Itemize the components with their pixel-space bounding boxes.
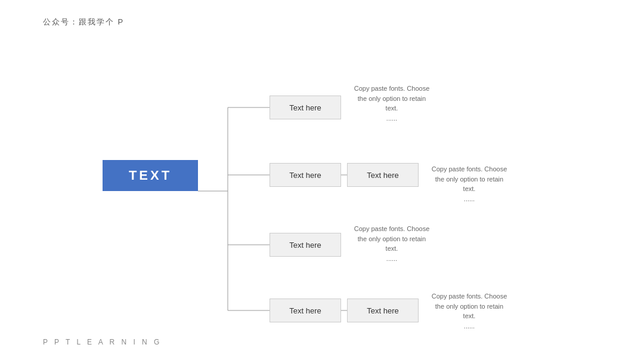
diagram-lines [43,48,603,334]
root-label: TEXT [129,168,172,183]
root-node: TEXT [103,160,198,191]
branch-desc-1: Copy paste fonts. Choosethe only option … [347,84,436,123]
branch-desc-2: Copy paste fonts. Choosethe only option … [425,164,514,204]
bottom-label: P P T L E A R N I N G [43,338,162,346]
branch-desc-4: Copy paste fonts. Choosethe only option … [425,291,514,331]
diagram: TEXT Text here Copy paste fonts. Chooset… [43,48,603,334]
branch-box-3: Text here [270,233,341,257]
top-label: 公众号：跟我学个 P [43,17,124,27]
branch-box-1: Text here [270,96,341,119]
branch-box-4: Text here [270,299,341,322]
branch-desc-3: Copy paste fonts. Choosethe only option … [347,224,436,263]
branch-box-2: Text here [270,163,341,187]
sub-branch-box-4: Text here [347,299,419,322]
sub-branch-box-2: Text here [347,163,419,187]
